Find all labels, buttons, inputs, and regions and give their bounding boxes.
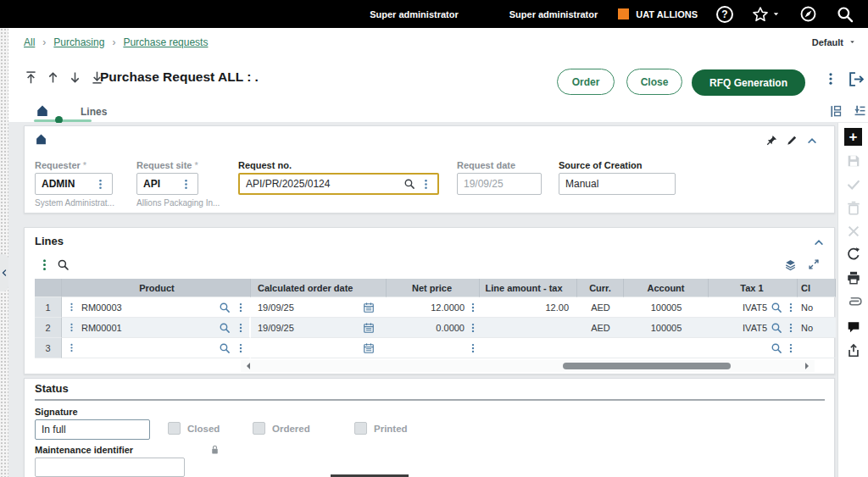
cell-menu-icon[interactable] bbox=[468, 302, 478, 313]
column-layout-icon[interactable] bbox=[828, 104, 843, 119]
lookup-icon[interactable] bbox=[219, 342, 231, 354]
header-close-clipped[interactable]: Cl bbox=[798, 279, 836, 297]
rfq-generation-button[interactable]: RFQ Generation bbox=[692, 69, 805, 96]
grid-menu-icon[interactable] bbox=[38, 258, 51, 271]
lookup-icon[interactable] bbox=[771, 322, 782, 334]
row-drag-icon[interactable] bbox=[67, 342, 76, 353]
net-price-cell[interactable]: 0.0000 bbox=[387, 318, 480, 338]
cell-menu-icon[interactable] bbox=[236, 323, 246, 333]
date-cell[interactable]: 19/09/25 bbox=[251, 297, 387, 318]
header-tax1[interactable]: Tax 1 bbox=[709, 279, 798, 297]
favorites-menu[interactable] bbox=[752, 6, 781, 23]
row-number[interactable]: 1 bbox=[35, 297, 62, 318]
table-horizontal-scrollbar[interactable] bbox=[241, 360, 815, 372]
account-cell[interactable]: 100005 bbox=[624, 297, 709, 318]
lookup-icon[interactable] bbox=[219, 302, 231, 313]
request-date-field[interactable]: 19/09/25 bbox=[457, 173, 542, 195]
source-of-creation-field[interactable]: Manual bbox=[559, 173, 676, 195]
user-name-menu[interactable]: Super administrator bbox=[509, 9, 598, 19]
print-icon[interactable] bbox=[838, 270, 868, 286]
next-record-icon[interactable] bbox=[68, 70, 82, 85]
breadcrumb-purchase-requests[interactable]: Purchase requests bbox=[123, 36, 208, 48]
help-icon[interactable]: ? bbox=[716, 6, 733, 23]
collapse-section-icon[interactable] bbox=[806, 135, 818, 147]
header-net-price[interactable]: Net price bbox=[387, 279, 480, 297]
header-line-amount-tax[interactable]: Line amount - tax bbox=[480, 279, 577, 297]
date-cell[interactable]: 19/09/25 bbox=[251, 318, 387, 338]
search-icon[interactable] bbox=[836, 5, 854, 24]
requester-field[interactable]: ADMIN bbox=[35, 173, 113, 195]
validate-icon[interactable] bbox=[838, 177, 868, 192]
tax-cell[interactable]: IVAT5 bbox=[709, 318, 798, 338]
save-icon[interactable] bbox=[838, 153, 868, 169]
endpoint-selector[interactable]: UAT ALLIONS bbox=[618, 8, 698, 19]
net-price-cell[interactable] bbox=[387, 338, 480, 358]
pin-section-icon[interactable] bbox=[765, 134, 778, 147]
breadcrumb-purchasing[interactable]: Purchasing bbox=[53, 36, 104, 48]
product-cell[interactable] bbox=[62, 338, 251, 358]
field-menu-icon[interactable] bbox=[95, 179, 106, 190]
collapse-panel-handle[interactable] bbox=[0, 254, 8, 291]
cell-menu-icon[interactable] bbox=[786, 302, 796, 313]
grid-search-icon[interactable] bbox=[57, 258, 70, 271]
lookup-icon[interactable] bbox=[771, 342, 782, 354]
attachment-icon[interactable] bbox=[838, 294, 868, 309]
row-number[interactable]: 2 bbox=[35, 318, 62, 338]
header-calculated-order-date[interactable]: Calculated order date bbox=[251, 279, 387, 297]
cell-menu-icon[interactable] bbox=[468, 323, 478, 333]
calendar-icon[interactable] bbox=[363, 302, 375, 313]
share-icon[interactable] bbox=[838, 343, 868, 358]
header-currency[interactable]: Curr. bbox=[577, 279, 624, 297]
printed-checkbox[interactable] bbox=[354, 422, 367, 435]
grid-layers-icon[interactable] bbox=[784, 258, 797, 271]
home-tab-icon[interactable] bbox=[36, 104, 49, 118]
previous-record-icon[interactable] bbox=[46, 70, 60, 85]
collapse-lines-icon[interactable] bbox=[813, 236, 825, 248]
net-price-cell[interactable]: 12.0000 bbox=[387, 297, 480, 318]
first-record-icon[interactable] bbox=[24, 70, 38, 85]
edit-section-icon[interactable] bbox=[786, 134, 798, 147]
date-cell[interactable] bbox=[251, 338, 387, 358]
delete-icon[interactable] bbox=[838, 201, 868, 216]
scroll-left-icon[interactable] bbox=[243, 363, 250, 369]
navigation-compass-icon[interactable] bbox=[799, 5, 817, 23]
lookup-icon[interactable] bbox=[771, 302, 782, 313]
product-cell[interactable]: RM00003 bbox=[62, 297, 251, 318]
close-button[interactable]: Close bbox=[626, 69, 682, 95]
tax-cell[interactable] bbox=[709, 338, 798, 358]
product-cell[interactable]: RM00001 bbox=[62, 318, 251, 338]
ordered-checkbox[interactable] bbox=[253, 422, 265, 435]
new-record-button[interactable]: + bbox=[844, 128, 862, 146]
request-site-field[interactable]: API bbox=[136, 173, 198, 195]
cell-menu-icon[interactable] bbox=[468, 343, 478, 353]
lookup-icon[interactable] bbox=[403, 178, 415, 190]
calendar-icon[interactable] bbox=[363, 322, 375, 334]
closed-checkbox[interactable] bbox=[168, 422, 181, 435]
more-actions-icon[interactable] bbox=[824, 72, 837, 86]
breadcrumb-all[interactable]: All bbox=[24, 36, 35, 48]
grid-expand-icon[interactable] bbox=[808, 258, 820, 270]
cell-menu-icon[interactable] bbox=[236, 343, 246, 353]
header-account[interactable]: Account bbox=[624, 279, 709, 297]
scrollbar-thumb[interactable] bbox=[563, 363, 731, 369]
signature-field[interactable]: In full bbox=[35, 419, 150, 440]
lookup-icon[interactable] bbox=[219, 322, 231, 334]
header-product[interactable]: Product bbox=[62, 279, 251, 297]
exit-record-icon[interactable] bbox=[848, 70, 865, 88]
cancel-icon[interactable] bbox=[838, 224, 868, 239]
row-number[interactable]: 3 bbox=[35, 338, 62, 358]
row-drag-icon[interactable] bbox=[67, 322, 76, 333]
cell-menu-icon[interactable] bbox=[786, 343, 796, 353]
request-no-field[interactable]: API/PR/2025/0124 bbox=[238, 173, 439, 195]
field-menu-icon[interactable] bbox=[181, 179, 192, 190]
pin-sections-icon[interactable] bbox=[853, 104, 867, 119]
scroll-right-icon[interactable] bbox=[805, 363, 812, 369]
field-menu-icon[interactable] bbox=[420, 179, 431, 190]
cell-menu-icon[interactable] bbox=[786, 323, 796, 333]
tab-lines[interactable]: Lines bbox=[72, 104, 115, 119]
comments-icon[interactable] bbox=[838, 319, 868, 335]
tax-cell[interactable]: IVAT5 bbox=[709, 297, 798, 318]
row-drag-icon[interactable] bbox=[67, 302, 76, 313]
user-role-menu[interactable]: Super administrator bbox=[370, 9, 459, 19]
cell-menu-icon[interactable] bbox=[236, 302, 246, 313]
